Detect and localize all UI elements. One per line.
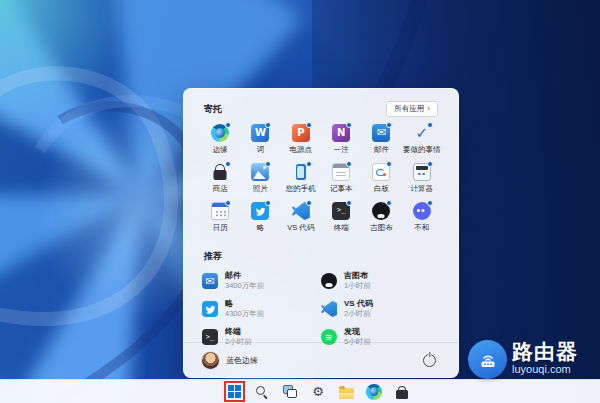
update-badge — [386, 161, 392, 167]
app-icon-wrap — [413, 202, 431, 220]
app-icon-wrap — [211, 124, 229, 142]
app-icon-wrap — [413, 163, 431, 181]
app-tile-mail[interactable]: ✉邮件 — [361, 124, 401, 163]
recommended-text: 邮件3400万年前 — [225, 271, 264, 290]
app-label: 您的手机 — [286, 184, 316, 194]
app-tile-terminal[interactable]: >_终端 — [321, 202, 361, 241]
recommended-name: VS 代码 — [344, 299, 373, 309]
settings-button[interactable]: ⚙ — [309, 382, 328, 401]
app-label: 略 — [257, 223, 265, 233]
recommended-item-mail[interactable]: ✉邮件3400万年前 — [202, 267, 321, 295]
app-label: 吉图布 — [370, 223, 393, 233]
github-icon — [321, 273, 337, 289]
app-tile-todo[interactable]: ✓要做的事情 — [402, 124, 442, 163]
search-icon — [256, 385, 269, 398]
start-menu-footer: 蓝色边缘 — [184, 342, 458, 377]
recommended-text: 吉图布1小时前 — [344, 271, 371, 290]
recommended-name: 邮件 — [225, 271, 264, 281]
app-icon-wrap — [292, 163, 310, 181]
storebag-icon — [396, 386, 408, 399]
app-icon-wrap: ✉ — [372, 124, 390, 142]
app-tile-vscode[interactable]: VS 代码 — [281, 202, 321, 241]
edge-button[interactable] — [365, 382, 384, 401]
app-tile-onenote[interactable]: N一注 — [321, 124, 361, 163]
app-label: 不和 — [414, 223, 429, 233]
app-icon-wrap: >_ — [332, 202, 350, 220]
screen: 寄托 所有应用 › 边缘W词P电源点N一注✉邮件✓要做的事情商店照片您的手机记事… — [0, 0, 600, 403]
update-badge — [346, 161, 352, 167]
settings-icon: ⚙ — [310, 384, 326, 400]
recommended-item-vscode[interactable]: VS 代码2小时前 — [321, 295, 440, 323]
recommended-timestamp: 4300万年前 — [225, 309, 264, 318]
watermark-site-url: luyouqi.com — [512, 363, 578, 376]
pinned-header: 寄托 所有应用 › — [200, 101, 442, 117]
edge-icon — [366, 384, 382, 400]
recommended-icon-wrap — [321, 301, 337, 317]
site-watermark: 路由器 luyouqi.com — [468, 340, 578, 379]
app-tile-edge[interactable]: 边缘 — [200, 124, 240, 163]
recommended-text: VS 代码2小时前 — [344, 299, 373, 318]
annotation-highlight-box — [224, 381, 245, 402]
taskbar-icon-row: ⚙ — [225, 382, 412, 401]
recommended-item-github[interactable]: 吉图布1小时前 — [321, 267, 440, 295]
mail-icon: ✉ — [202, 273, 218, 289]
app-label: 记事本 — [330, 184, 353, 194]
update-badge — [386, 122, 392, 128]
power-button[interactable] — [423, 354, 436, 367]
app-tile-notepad[interactable]: 记事本 — [321, 163, 361, 202]
chevron-right-icon: › — [427, 106, 430, 112]
app-tile-calendar[interactable]: 日历 — [200, 202, 240, 241]
update-badge — [265, 161, 271, 167]
update-badge — [427, 200, 433, 206]
all-apps-button[interactable]: 所有应用 › — [386, 101, 438, 117]
task-view-button[interactable] — [281, 382, 300, 401]
update-badge — [265, 200, 271, 206]
app-tile-word[interactable]: W词 — [240, 124, 280, 163]
app-tile-store[interactable]: 商店 — [200, 163, 240, 202]
recommended-timestamp: 1小时前 — [344, 281, 371, 290]
app-icon-wrap: ✓ — [413, 124, 431, 142]
start-button[interactable] — [225, 382, 244, 401]
recommended-item-twitter[interactable]: 略4300万年前 — [202, 295, 321, 323]
app-label: 白板 — [374, 184, 389, 194]
user-name: 蓝色边缘 — [226, 355, 258, 366]
app-label: 商店 — [213, 184, 228, 194]
update-badge — [386, 200, 392, 206]
update-badge — [427, 161, 433, 167]
app-tile-phone[interactable]: 您的手机 — [281, 163, 321, 202]
file-explorer-button[interactable] — [337, 382, 356, 401]
update-badge — [265, 122, 271, 128]
recommended-name: 吉图布 — [344, 271, 371, 281]
app-tile-discord[interactable]: 不和 — [402, 202, 442, 241]
update-badge — [306, 161, 312, 167]
update-badge — [346, 122, 352, 128]
app-label: 照片 — [253, 184, 268, 194]
start-menu: 寄托 所有应用 › 边缘W词P电源点N一注✉邮件✓要做的事情商店照片您的手机记事… — [183, 88, 459, 378]
store-button[interactable] — [393, 382, 412, 401]
app-tile-github[interactable]: 吉图布 — [361, 202, 401, 241]
app-icon-wrap — [211, 202, 229, 220]
app-tile-photos[interactable]: 照片 — [240, 163, 280, 202]
recommended-icon-wrap — [202, 301, 218, 317]
user-profile-button[interactable]: 蓝色边缘 — [202, 352, 258, 369]
app-label: 词 — [257, 145, 265, 155]
recommended-title: 推荐 — [200, 250, 442, 263]
app-tile-calculator[interactable]: 计算器 — [402, 163, 442, 202]
app-label: 要做的事情 — [403, 145, 441, 155]
app-label: VS 代码 — [287, 223, 314, 233]
vscode-icon — [321, 301, 337, 317]
app-tile-powerpoint[interactable]: P电源点 — [281, 124, 321, 163]
app-tile-twitter[interactable]: 略 — [240, 202, 280, 241]
router-logo-icon — [468, 340, 507, 379]
watermark-text: 路由器 luyouqi.com — [512, 340, 578, 376]
app-tile-whiteboard[interactable]: 白板 — [361, 163, 401, 202]
recommended-grid: ✉邮件3400万年前吉图布1小时前略4300万年前VS 代码2小时前>_终端2小… — [200, 267, 442, 351]
search-button[interactable] — [253, 382, 272, 401]
app-icon-wrap — [251, 163, 269, 181]
app-label: 终端 — [334, 223, 349, 233]
watermark-title: 路由器 — [512, 340, 578, 363]
recommended-name: 略 — [225, 299, 264, 309]
update-badge — [427, 122, 433, 128]
app-icon-wrap — [372, 163, 390, 181]
explorer-icon — [339, 388, 354, 399]
